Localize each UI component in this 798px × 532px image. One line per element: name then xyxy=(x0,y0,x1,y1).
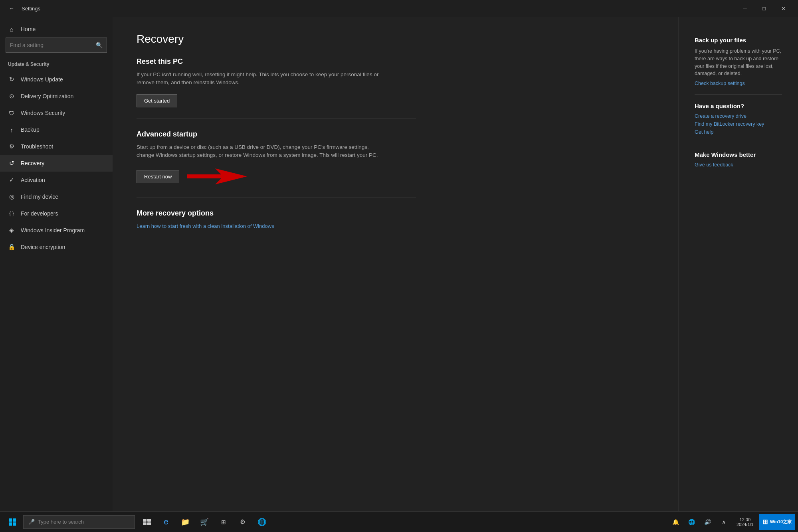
sidebar-item-for-developers-label: For developers xyxy=(21,210,58,217)
svg-rect-1 xyxy=(9,518,12,522)
file-explorer-icon[interactable]: 📁 xyxy=(176,513,194,531)
sidebar-item-recovery[interactable]: ↺ Recovery xyxy=(0,155,113,172)
taskbar: 🎤 Type here to search e 📁 🛒 ⊞ ⚙ 🌐 🔔 🌐 🔊 … xyxy=(0,511,798,532)
svg-rect-8 xyxy=(147,522,151,525)
clock-time: 12:00 xyxy=(740,517,751,522)
check-backup-link[interactable]: Check backup settings xyxy=(695,81,782,86)
troubleshoot-icon: ⚙ xyxy=(8,143,15,150)
svg-rect-5 xyxy=(143,519,147,522)
backup-section-desc: If you're having problems with your PC, … xyxy=(695,47,782,77)
content-area: Recovery Reset this PC If your PC isn't … xyxy=(113,17,678,511)
taskbar-app-icons: e 📁 🛒 ⊞ ⚙ 🌐 xyxy=(138,513,271,531)
notification-icon[interactable]: 🔔 xyxy=(669,513,683,531)
clean-install-link[interactable]: Learn how to start fresh with a clean in… xyxy=(137,223,274,229)
restart-button-container: Restart now xyxy=(137,166,654,186)
sidebar-item-find-my-device-label: Find my device xyxy=(21,194,58,200)
apps-icon[interactable]: ⊞ xyxy=(215,513,232,531)
task-view-button[interactable] xyxy=(138,513,156,531)
svg-rect-3 xyxy=(9,522,12,526)
restart-now-button[interactable]: Restart now xyxy=(137,170,179,183)
sidebar-item-windows-update[interactable]: ↻ Windows Update xyxy=(0,71,113,88)
svg-rect-7 xyxy=(143,522,147,525)
sidebar-item-windows-security[interactable]: 🛡 Windows Security xyxy=(0,105,113,121)
sidebar-item-backup-label: Backup xyxy=(21,127,40,133)
windows-insider-icon: ◈ xyxy=(8,227,15,234)
svg-rect-6 xyxy=(147,519,151,522)
win10-label: Win10之家 xyxy=(770,519,792,525)
sidebar-item-troubleshoot[interactable]: ⚙ Troubleshoot xyxy=(0,138,113,155)
maximize-button[interactable]: □ xyxy=(755,0,773,17)
window-controls: ─ □ ✕ xyxy=(736,0,792,17)
sidebar: ⌂ Home 🔍 Update & Security ↻ Windows Upd… xyxy=(0,17,113,511)
sidebar-item-troubleshoot-label: Troubleshoot xyxy=(21,143,53,150)
reset-section-desc: If your PC isn't running well, resetting… xyxy=(137,71,384,87)
win10-logo: ⊞ xyxy=(762,518,768,526)
search-input[interactable] xyxy=(10,42,96,48)
search-icon: 🔍 xyxy=(96,42,103,48)
recovery-icon: ↺ xyxy=(8,160,15,167)
get-started-button[interactable]: Get started xyxy=(137,94,177,107)
sidebar-item-windows-insider[interactable]: ◈ Windows Insider Program xyxy=(0,222,113,239)
store-icon[interactable]: 🛒 xyxy=(196,513,213,531)
minimize-button[interactable]: ─ xyxy=(736,0,754,17)
svg-marker-0 xyxy=(187,168,247,184)
activation-icon: ✓ xyxy=(8,176,15,184)
windows-security-icon: 🛡 xyxy=(8,109,15,117)
volume-icon[interactable]: 🔊 xyxy=(701,513,715,531)
backup-icon: ↑ xyxy=(8,126,15,133)
sidebar-item-find-my-device[interactable]: ◎ Find my device xyxy=(0,188,113,205)
sidebar-item-for-developers[interactable]: { } For developers xyxy=(0,205,113,222)
reset-section-title: Reset this PC xyxy=(137,57,654,66)
main-container: ⌂ Home 🔍 Update & Security ↻ Windows Upd… xyxy=(0,17,798,511)
sidebar-item-device-encryption[interactable]: 🔒 Device encryption xyxy=(0,239,113,255)
sidebar-item-delivery-optimization[interactable]: ⊙ Delivery Optimization xyxy=(0,88,113,105)
taskbar-right-area: 🔔 🌐 🔊 ∧ 12:00 2024/1/1 ⊞ Win10之家 xyxy=(669,513,795,531)
svg-rect-4 xyxy=(13,522,16,526)
settings-icon[interactable]: ⚙ xyxy=(234,513,251,531)
taskbar-search-mic-icon: 🎤 xyxy=(28,519,35,525)
titlebar: ← Settings ─ □ ✕ xyxy=(0,0,798,17)
network-icon[interactable]: 🌐 xyxy=(685,513,699,531)
windows-update-icon: ↻ xyxy=(8,76,15,83)
close-button[interactable]: ✕ xyxy=(774,0,792,17)
get-help-link[interactable]: Get help xyxy=(695,129,782,135)
sidebar-item-delivery-optimization-label: Delivery Optimization xyxy=(21,93,73,99)
sidebar-item-activation[interactable]: ✓ Activation xyxy=(0,172,113,188)
bitlocker-link[interactable]: Find my BitLocker recovery key xyxy=(695,121,782,127)
sidebar-item-recovery-label: Recovery xyxy=(21,160,44,166)
win10-badge[interactable]: ⊞ Win10之家 xyxy=(759,514,795,530)
feedback-section-title: Make Windows better xyxy=(695,151,782,158)
sidebar-item-backup[interactable]: ↑ Backup xyxy=(0,121,113,138)
task-view-icon xyxy=(143,519,151,525)
divider-1 xyxy=(137,119,416,119)
chevron-up-icon[interactable]: ∧ xyxy=(717,513,731,531)
chrome-icon[interactable]: 🌐 xyxy=(253,513,271,531)
taskbar-search-box[interactable]: 🎤 Type here to search xyxy=(23,515,135,529)
right-divider-2 xyxy=(695,143,782,143)
divider-2 xyxy=(137,198,416,198)
svg-rect-2 xyxy=(13,518,16,522)
search-box[interactable]: 🔍 xyxy=(6,38,107,53)
page-title: Recovery xyxy=(137,33,654,45)
for-developers-icon: { } xyxy=(8,210,15,217)
sidebar-section-label: Update & Security xyxy=(0,59,113,71)
sidebar-item-home[interactable]: ⌂ Home xyxy=(0,21,113,38)
advanced-section-desc: Start up from a device or disc (such as … xyxy=(137,143,384,160)
sidebar-item-windows-insider-label: Windows Insider Program xyxy=(21,227,85,233)
give-feedback-link[interactable]: Give us feedback xyxy=(695,162,782,168)
edge-icon[interactable]: e xyxy=(157,513,175,531)
device-encryption-icon: 🔒 xyxy=(8,243,15,251)
sidebar-item-windows-update-label: Windows Update xyxy=(21,76,63,83)
sidebar-item-windows-security-label: Windows Security xyxy=(21,110,65,116)
back-button[interactable]: ← xyxy=(6,2,18,14)
right-divider-1 xyxy=(695,94,782,95)
more-section-title: More recovery options xyxy=(137,209,654,218)
backup-section-title: Back up your files xyxy=(695,37,782,44)
delivery-optimization-icon: ⊙ xyxy=(8,93,15,100)
create-recovery-drive-link[interactable]: Create a recovery drive xyxy=(695,113,782,119)
advanced-section-title: Advanced startup xyxy=(137,130,654,138)
clock-date: 2024/1/1 xyxy=(737,522,754,527)
system-clock[interactable]: 12:00 2024/1/1 xyxy=(733,513,758,531)
right-panel: Back up your files If you're having prob… xyxy=(678,17,798,511)
start-button[interactable] xyxy=(3,512,22,532)
